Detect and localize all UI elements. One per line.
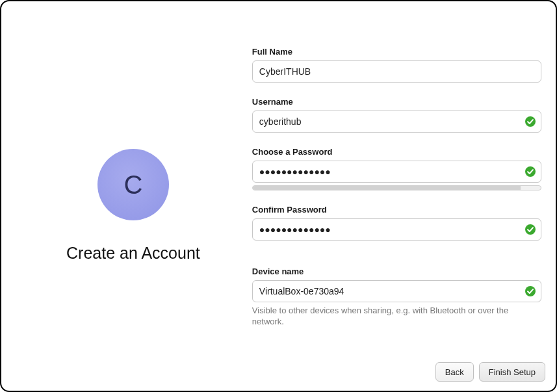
password-label: Choose a Password — [252, 147, 541, 157]
avatar-letter: C — [123, 170, 142, 200]
username-input-wrap — [252, 111, 541, 133]
password-strength-fill — [253, 186, 521, 190]
username-input[interactable] — [252, 111, 541, 133]
left-pane: C Create an Account — [14, 40, 252, 345]
check-icon — [525, 166, 536, 177]
check-icon — [525, 224, 536, 235]
password-strength-bar — [252, 185, 541, 190]
username-group: Username — [252, 97, 541, 133]
check-icon — [525, 116, 536, 127]
confirm-input-wrap — [252, 218, 541, 241]
footer-buttons: Back Finish Setup — [435, 362, 545, 382]
content-area: C Create an Account Full Name Username — [1, 1, 556, 391]
page-title: Create an Account — [66, 244, 200, 263]
confirm-group: Confirm Password — [252, 205, 541, 241]
device-label: Device name — [252, 267, 541, 276]
avatar-circle[interactable]: C — [97, 149, 169, 220]
device-hint: Visible to other devices when sharing, e… — [252, 306, 541, 328]
password-group: Choose a Password — [252, 147, 541, 190]
svg-point-3 — [525, 286, 536, 296]
password-input[interactable] — [252, 161, 541, 183]
check-icon — [525, 285, 536, 297]
device-group: Device name Visible to other devices whe… — [252, 267, 541, 328]
confirm-input[interactable] — [252, 218, 541, 241]
fullname-input[interactable] — [252, 60, 541, 83]
svg-point-0 — [525, 116, 536, 127]
confirm-label: Confirm Password — [252, 205, 541, 215]
password-input-wrap — [252, 161, 541, 183]
device-input[interactable] — [252, 280, 541, 302]
fullname-group: Full Name — [252, 47, 541, 83]
username-label: Username — [252, 97, 541, 107]
form-pane: Full Name Username Choose a Password — [252, 40, 543, 345]
device-input-wrap — [252, 280, 541, 302]
back-button[interactable]: Back — [435, 362, 474, 382]
setup-window: C Create an Account Full Name Username — [0, 0, 557, 392]
svg-point-1 — [525, 166, 536, 177]
finish-setup-button[interactable]: Finish Setup — [479, 362, 545, 382]
svg-point-2 — [525, 224, 536, 235]
fullname-label: Full Name — [252, 47, 541, 57]
fullname-input-wrap — [252, 60, 541, 83]
